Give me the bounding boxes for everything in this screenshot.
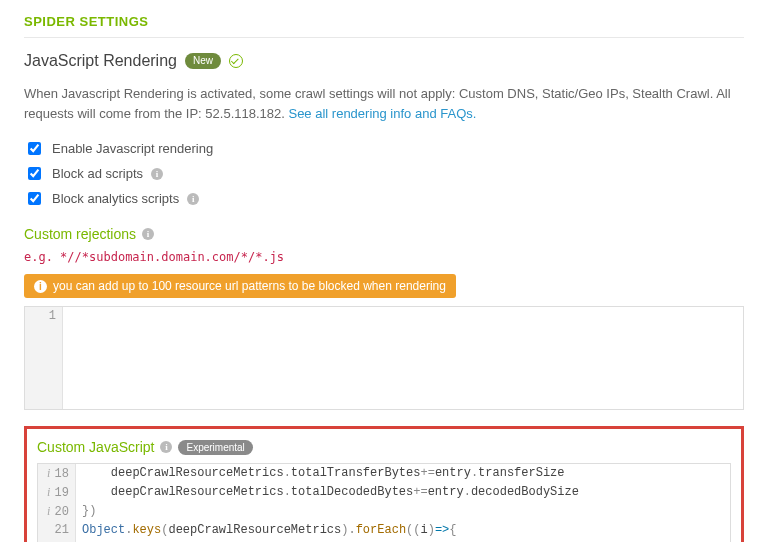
alert-text: you can add up to 100 resource url patte… — [53, 279, 446, 293]
rejections-example: e.g. *//*subdomain.domain.com/*/*.js — [24, 250, 744, 264]
custom-js-section: Custom JavaScript i Experimental i18 dee… — [24, 426, 744, 542]
info-icon[interactable]: i — [160, 441, 172, 453]
divider — [24, 37, 744, 38]
gutter-line: 21 ▾ — [38, 521, 76, 542]
intro-paragraph: When Javascript Rendering is activated, … — [24, 84, 744, 123]
checkbox-1[interactable] — [28, 167, 41, 180]
page-title: SPIDER SETTINGS — [24, 14, 744, 29]
rejections-title-text: Custom rejections — [24, 226, 136, 242]
custom-js-editor[interactable]: i18 deepCrawlResourceMetrics.totalTransf… — [37, 463, 731, 542]
gutter-line: 1 — [25, 307, 63, 325]
code-line[interactable]: }) — [76, 502, 102, 521]
checkbox-label: Enable Javascript rendering — [52, 141, 213, 156]
checkbox-label: Block analytics scripts — [52, 191, 179, 206]
rendering-faq-link[interactable]: See all rendering info and FAQs. — [288, 106, 476, 121]
info-icon[interactable]: i — [142, 228, 154, 240]
info-icon[interactable]: i — [151, 168, 163, 180]
checkbox-row: Block analytics scriptsi — [24, 189, 744, 208]
check-circle-icon — [229, 54, 243, 68]
info-circle-icon: i — [34, 280, 47, 293]
custom-js-title: Custom JavaScript — [37, 439, 154, 455]
breakpoint-icon[interactable]: i — [45, 504, 53, 519]
checkbox-row: Block ad scriptsi — [24, 164, 744, 183]
gutter-line: i20 — [38, 502, 76, 521]
checkbox-label: Block ad scripts — [52, 166, 143, 181]
breakpoint-icon[interactable]: i — [45, 485, 53, 500]
checkbox-0[interactable] — [28, 142, 41, 155]
code-line[interactable] — [63, 307, 75, 325]
checkbox-2[interactable] — [28, 192, 41, 205]
rejections-alert: i you can add up to 100 resource url pat… — [24, 274, 456, 298]
code-line[interactable]: deepCrawlResourceMetrics.totalTransferBy… — [76, 464, 571, 483]
code-line[interactable]: Object.keys(deepCrawlResourceMetrics).fo… — [76, 521, 463, 542]
gutter-line: i19 — [38, 483, 76, 502]
gutter-line: i18 — [38, 464, 76, 483]
breakpoint-icon[interactable]: i — [45, 466, 53, 481]
info-icon[interactable]: i — [187, 193, 199, 205]
section-title-rejections: Custom rejections i — [24, 226, 744, 242]
new-badge: New — [185, 53, 221, 69]
section-title-js-rendering: JavaScript Rendering — [24, 52, 177, 70]
code-line[interactable]: deepCrawlResourceMetrics.totalDecodedByt… — [76, 483, 585, 502]
checkbox-row: Enable Javascript rendering — [24, 139, 744, 158]
rejections-editor[interactable]: 1 — [24, 306, 744, 410]
experimental-badge: Experimental — [178, 440, 252, 455]
